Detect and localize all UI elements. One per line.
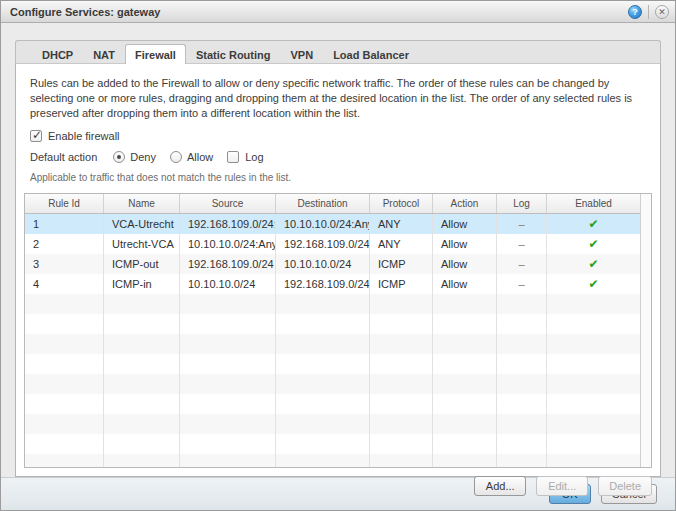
default-action-option-log[interactable]: Log [227, 151, 263, 163]
empty-cell [370, 294, 433, 314]
close-icon[interactable]: ✕ [655, 5, 669, 19]
radio-allow[interactable] [170, 151, 182, 163]
cell-log: – [497, 254, 547, 274]
table-body: 1VCA-Utrecht192.168.109.0/24:Any10.10.10… [25, 214, 640, 467]
empty-row [25, 414, 640, 434]
empty-cell [497, 414, 547, 434]
log-value: – [518, 238, 524, 250]
default-action-option-allow[interactable]: Allow [170, 151, 213, 163]
rule-row-2[interactable]: 2Utrecht-VCA10.10.10.0/24:Any192.168.109… [25, 234, 640, 254]
cell-name: ICMP-out [104, 254, 180, 274]
empty-cell [25, 434, 104, 454]
rule-actions: Add... Edit... Delete [24, 468, 652, 496]
log-value: – [518, 218, 524, 230]
firewall-tab-panel: Rules can be added to the Firewall to al… [15, 63, 661, 477]
empty-cell [370, 414, 433, 434]
empty-cell [497, 374, 547, 394]
delete-rule-button[interactable]: Delete [598, 476, 652, 496]
cell-rule_id: 2 [25, 234, 104, 254]
cell-source: 10.10.10.0/24 [180, 274, 276, 294]
column-header-protocol[interactable]: Protocol [370, 194, 433, 213]
enable-firewall-checkbox[interactable] [30, 130, 42, 142]
tab-static-routing[interactable]: Static Routing [186, 44, 281, 64]
empty-cell [180, 314, 276, 334]
column-header-log[interactable]: Log [497, 194, 547, 213]
cell-action: Allow [433, 234, 497, 254]
empty-cell [433, 294, 497, 314]
cell-enabled: ✔ [547, 214, 640, 234]
column-header-destination[interactable]: Destination [276, 194, 370, 213]
empty-cell [180, 334, 276, 354]
enable-firewall-label: Enable firewall [48, 130, 120, 142]
empty-cell [433, 454, 497, 467]
tab-dhcp[interactable]: DHCP [32, 44, 83, 64]
default-action-option-deny[interactable]: Deny [113, 151, 156, 163]
empty-cell [497, 454, 547, 467]
column-header-name[interactable]: Name [104, 194, 180, 213]
empty-cell [547, 294, 640, 314]
edit-rule-button[interactable]: Edit... [536, 476, 588, 496]
empty-cell [276, 294, 370, 314]
cell-source: 192.168.109.0/24 [180, 254, 276, 274]
add-rule-button[interactable]: Add... [474, 476, 526, 496]
empty-cell [276, 394, 370, 414]
empty-row [25, 454, 640, 467]
option-label: Allow [187, 151, 213, 163]
cell-enabled: ✔ [547, 254, 640, 274]
tab-nat[interactable]: NAT [83, 44, 125, 64]
empty-cell [180, 374, 276, 394]
table-header-row: Rule IdNameSourceDestinationProtocolActi… [25, 194, 640, 214]
checkbox-log[interactable] [227, 151, 239, 163]
empty-cell [25, 394, 104, 414]
empty-cell [104, 394, 180, 414]
empty-cell [547, 394, 640, 414]
cell-log: – [497, 214, 547, 234]
empty-cell [433, 374, 497, 394]
empty-cell [25, 454, 104, 467]
radio-deny[interactable] [113, 151, 125, 163]
help-icon[interactable]: ? [628, 5, 642, 19]
empty-cell [433, 314, 497, 334]
table-scrollbar[interactable] [640, 194, 651, 467]
empty-row [25, 434, 640, 454]
cell-rule_id: 4 [25, 274, 104, 294]
enabled-check-icon: ✔ [588, 217, 598, 231]
tab-vpn[interactable]: VPN [281, 44, 324, 64]
empty-cell [25, 314, 104, 334]
empty-cell [104, 354, 180, 374]
tab-firewall[interactable]: Firewall [125, 44, 186, 64]
cell-protocol: ICMP [370, 254, 433, 274]
empty-cell [370, 434, 433, 454]
empty-cell [276, 434, 370, 454]
cell-protocol: ANY [370, 214, 433, 234]
empty-cell [370, 314, 433, 334]
cell-destination: 10.10.10.0/24:Any [276, 214, 370, 234]
option-label: Deny [130, 151, 156, 163]
cell-protocol: ICMP [370, 274, 433, 294]
enable-firewall-row[interactable]: Enable firewall [24, 130, 652, 142]
rule-row-4[interactable]: 4ICMP-in10.10.10.0/24192.168.109.0/24ICM… [25, 274, 640, 294]
column-header-enabled[interactable]: Enabled [547, 194, 640, 213]
column-header-rule-id[interactable]: Rule Id [25, 194, 104, 213]
empty-cell [276, 354, 370, 374]
rule-row-3[interactable]: 3ICMP-out192.168.109.0/2410.10.10.0/24IC… [25, 254, 640, 274]
empty-row [25, 354, 640, 374]
empty-cell [497, 434, 547, 454]
cell-name: Utrecht-VCA [104, 234, 180, 254]
rule-row-1[interactable]: 1VCA-Utrecht192.168.109.0/24:Any10.10.10… [25, 214, 640, 234]
enabled-check-icon: ✔ [588, 257, 598, 271]
log-value: – [518, 278, 524, 290]
tab-load-balancer[interactable]: Load Balancer [323, 44, 419, 64]
empty-cell [180, 294, 276, 314]
empty-cell [370, 374, 433, 394]
empty-cell [25, 334, 104, 354]
empty-cell [547, 334, 640, 354]
column-header-source[interactable]: Source [180, 194, 276, 213]
empty-cell [104, 454, 180, 467]
option-label: Log [245, 151, 263, 163]
cell-protocol: ANY [370, 234, 433, 254]
column-header-action[interactable]: Action [433, 194, 497, 213]
log-value: – [518, 258, 524, 270]
empty-cell [547, 374, 640, 394]
empty-cell [25, 374, 104, 394]
